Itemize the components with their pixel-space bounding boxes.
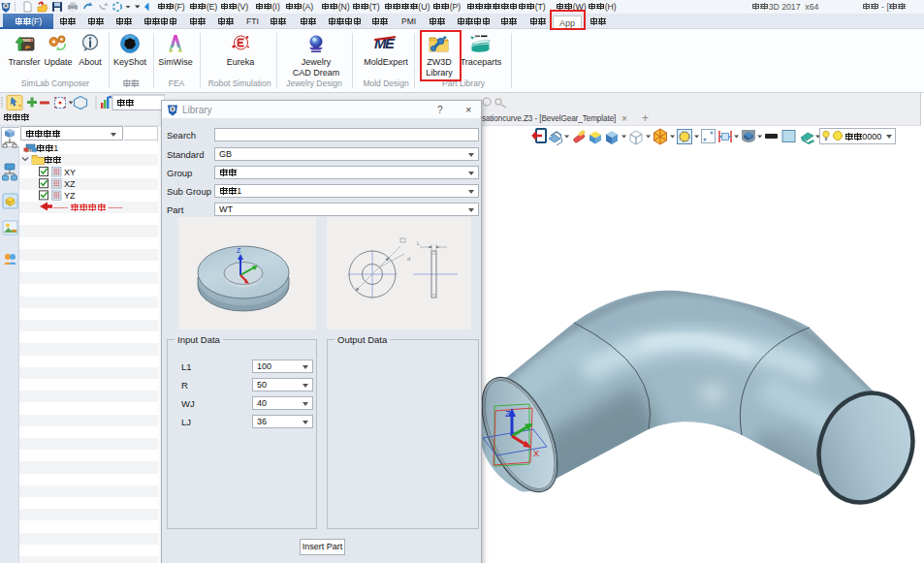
- svg-text:Z: Z: [237, 247, 241, 254]
- svg-text:L: L: [417, 240, 420, 246]
- svg-text:d: d: [407, 256, 410, 262]
- svg-text:X: X: [533, 449, 539, 458]
- svg-text:Z: Z: [505, 409, 511, 419]
